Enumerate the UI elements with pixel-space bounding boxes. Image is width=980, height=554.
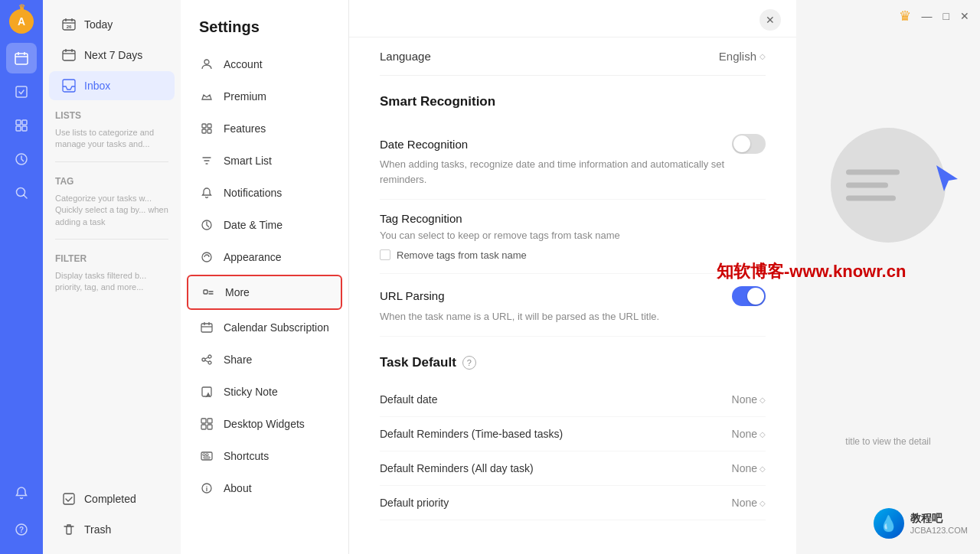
next7days-icon — [61, 47, 77, 63]
svg-point-40 — [202, 358, 205, 361]
content-scroll: Language English ◇ Smart Recognition Dat… — [349, 37, 796, 554]
date-recognition-toggle[interactable] — [732, 134, 766, 154]
icon-bar-item-question[interactable]: ? — [6, 514, 37, 545]
completed-label: Completed — [84, 493, 136, 505]
svg-rect-27 — [207, 124, 211, 128]
settings-item-shortcuts[interactable]: Shortcuts — [181, 440, 348, 472]
icon-bar-item-bell[interactable] — [6, 477, 37, 508]
language-row: Language English ◇ — [380, 37, 766, 76]
svg-text:?: ? — [19, 526, 24, 534]
default-date-row: Default date None ◇ — [380, 383, 766, 417]
settings-item-appearance[interactable]: Appearance — [181, 241, 348, 273]
settings-item-premium[interactable]: Premium — [181, 80, 348, 112]
task-default-help-icon[interactable]: ? — [462, 356, 476, 370]
avatar[interactable]: ♛ A — [9, 9, 34, 34]
settings-item-account[interactable]: Account — [181, 48, 348, 80]
icon-bar-item-calendar[interactable] — [6, 43, 37, 73]
minimize-button[interactable]: — — [922, 10, 933, 22]
remove-tags-label: Remove tags from task name — [397, 249, 527, 261]
deco-lines — [846, 170, 900, 201]
account-label: Account — [224, 58, 263, 70]
brand-logo-circle: 💧 — [874, 508, 904, 539]
language-chevron: ◇ — [760, 52, 766, 60]
maximize-button[interactable]: □ — [943, 10, 949, 22]
widgets-icon — [199, 416, 214, 432]
svg-rect-8 — [22, 126, 27, 131]
nav-item-next7days[interactable]: Next 7 Days — [49, 41, 175, 70]
brand-name: 教程吧 — [910, 512, 968, 526]
remove-tags-checkbox[interactable] — [380, 249, 390, 260]
deco-line-1 — [846, 170, 900, 175]
tag-section-header: Tag — [43, 167, 181, 190]
icon-bar-item-search[interactable] — [6, 178, 37, 208]
settings-item-share[interactable]: Share — [181, 344, 348, 376]
settings-item-datetime[interactable]: Date & Time — [181, 209, 348, 241]
nav-item-trash[interactable]: Trash — [49, 515, 175, 544]
svg-line-11 — [24, 195, 27, 198]
date-recognition-desc: When adding tasks, recognize date and ti… — [380, 157, 766, 187]
icon-bar-item-check[interactable] — [6, 77, 37, 107]
default-reminders-allday-label: Default Reminders (All day task) — [380, 462, 534, 474]
window-controls: ♛ — □ ✕ — [796, 0, 980, 32]
svg-point-31 — [202, 253, 211, 262]
svg-point-39 — [208, 355, 211, 358]
svg-point-41 — [208, 361, 211, 364]
close-window-button[interactable]: ✕ — [960, 10, 969, 22]
settings-title: Settings — [181, 0, 348, 48]
nav-item-completed[interactable]: Completed — [49, 484, 175, 513]
today-label: Today — [84, 18, 113, 31]
svg-text:26: 26 — [67, 24, 72, 29]
next7days-label: Next 7 Days — [84, 49, 142, 61]
settings-item-widgets[interactable]: Desktop Widgets — [181, 408, 348, 440]
settings-item-smartlist[interactable]: Smart List — [181, 145, 348, 177]
svg-rect-42 — [202, 387, 211, 396]
inbox-icon — [61, 78, 77, 93]
more-icon — [201, 285, 216, 300]
default-reminders-allday-value[interactable]: None ◇ — [732, 462, 766, 474]
svg-rect-49 — [206, 454, 208, 456]
content-header: ✕ — [349, 0, 796, 37]
date-recognition-title: Date Recognition — [380, 138, 468, 151]
settings-item-more[interactable]: More — [187, 275, 342, 310]
url-parsing-item: URL Parsing When the task name is a URL,… — [380, 274, 766, 337]
right-panel: ♛ — □ ✕ — [796, 0, 980, 554]
svg-rect-43 — [201, 419, 206, 423]
svg-rect-4 — [16, 86, 27, 97]
language-value[interactable]: English ◇ — [719, 50, 766, 63]
default-date-value[interactable]: None ◇ — [732, 393, 766, 406]
svg-rect-28 — [202, 129, 206, 133]
default-priority-row: Default priority None ◇ — [380, 486, 766, 520]
icon-bar: ♛ A — [0, 0, 43, 554]
svg-rect-26 — [202, 124, 206, 128]
settings-item-notifications[interactable]: Notifications — [181, 177, 348, 209]
about-label: About — [224, 482, 252, 494]
settings-item-about[interactable]: i About — [181, 472, 348, 504]
premium-label: Premium — [224, 90, 266, 103]
shortcuts-icon — [199, 448, 214, 464]
nav-item-inbox[interactable]: Inbox — [49, 71, 175, 100]
trash-label: Trash — [84, 523, 111, 536]
svg-rect-19 — [63, 51, 75, 60]
settings-panel: Settings Account Premium — [181, 0, 349, 554]
account-icon — [199, 57, 214, 72]
settings-item-sticky[interactable]: Sticky Note — [181, 376, 348, 408]
svg-rect-6 — [22, 120, 27, 125]
svg-rect-5 — [16, 120, 21, 125]
settings-item-calendar-sub[interactable]: Calendar Subscription — [181, 311, 348, 344]
datetime-icon — [199, 217, 214, 233]
url-parsing-toggle[interactable] — [732, 286, 766, 306]
language-current: English — [719, 50, 756, 63]
icon-bar-item-grid[interactable] — [6, 110, 37, 141]
icon-bar-item-clock[interactable] — [6, 144, 37, 174]
default-reminders-time-value[interactable]: None ◇ — [732, 428, 766, 440]
deco-line-3 — [846, 196, 896, 201]
close-button[interactable]: ✕ — [760, 9, 781, 31]
nav-item-today[interactable]: 26 Today — [49, 10, 175, 39]
calendar-sub-label: Calendar Subscription — [224, 321, 329, 334]
smart-recognition-title: Smart Recognition — [380, 94, 766, 109]
brand-sub: JCBA123.COM — [910, 526, 968, 535]
chevron-icon: ◇ — [760, 396, 766, 404]
smartlist-icon — [199, 153, 214, 168]
settings-item-features[interactable]: Features — [181, 112, 348, 145]
default-priority-value[interactable]: None ◇ — [732, 497, 766, 509]
